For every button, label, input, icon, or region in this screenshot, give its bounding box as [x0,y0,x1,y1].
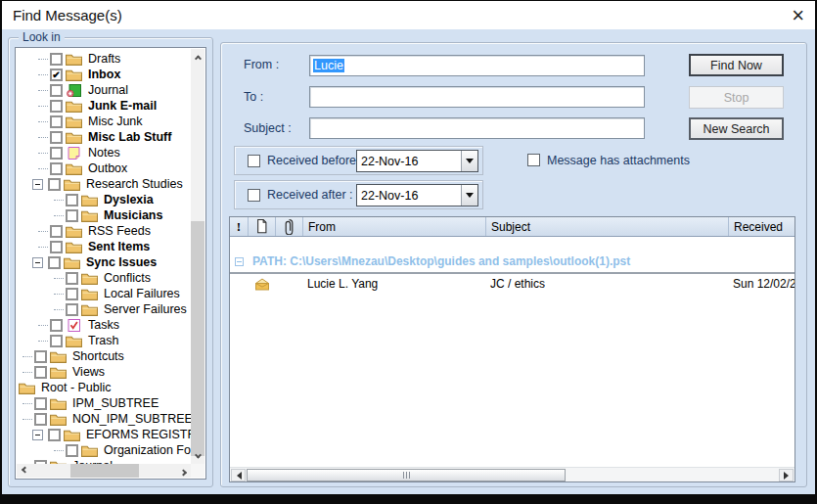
tree-item-organization-form[interactable]: Organization Form [17,442,191,458]
results-scroll-right-icon[interactable] [779,469,794,481]
folder-checkbox[interactable] [48,178,61,191]
folder-checkbox[interactable] [50,241,63,253]
column-header-subject[interactable]: Subject [486,217,729,236]
scroll-down-icon[interactable] [191,448,204,464]
expander-minus-icon[interactable] [32,179,43,190]
tree-item-rss-feeds[interactable]: RSS Feeds [17,223,191,239]
received-after-checkbox[interactable] [248,189,260,202]
tree-item-dyslexia[interactable]: Dyslexia [17,192,191,207]
tree-item-drafts[interactable]: Drafts [17,51,191,67]
message-from: Lucie L. Yang [303,277,486,291]
tree-item-label: Misc Junk [86,115,145,128]
tree-item-conflicts[interactable]: Conflicts [17,270,191,286]
tree-item-tasks[interactable]: Tasks [17,317,191,333]
column-header-importance[interactable]: ! [230,217,249,236]
close-icon[interactable]: × [792,6,804,25]
path-group-row[interactable]: PATH: C:\Users\Mnezau\Desktop\guides and… [230,252,794,270]
received-before-date-combo[interactable]: 22-Nov-16 [356,150,478,172]
tree-item-inbox[interactable]: Inbox [17,67,191,82]
column-header-type[interactable] [249,217,276,236]
tree-connector [38,341,48,342]
tree-item-misc-lab-stuff[interactable]: Misc Lab Stuff [17,129,191,145]
tree-item-local-failures[interactable]: Local Failures [17,286,191,301]
folder-checkbox[interactable] [34,350,47,363]
scroll-left-icon[interactable] [17,464,32,478]
tree-item-journal[interactable]: Journal [17,82,191,98]
received-after-box: Received after : 22-Nov-16 [234,180,483,209]
expander-minus-icon[interactable] [32,430,43,440]
find-now-button[interactable]: Find Now [689,54,784,76]
scroll-up-icon[interactable] [191,49,204,65]
folder-icon [81,288,98,300]
folder-checkbox[interactable] [50,162,63,175]
subject-input[interactable] [309,117,645,139]
from-input[interactable]: Lucie [309,55,645,76]
tree-item-label: Notes [86,146,122,160]
tree-indent [17,215,54,216]
column-header-received[interactable]: Received [729,217,795,236]
folder-checkbox[interactable] [50,319,63,332]
folder-checkbox[interactable] [66,209,78,222]
folder-checkbox[interactable] [50,147,63,160]
folder-checkbox[interactable] [34,397,47,410]
folder-checkbox[interactable] [66,194,78,206]
dropdown-arrow-icon[interactable] [461,185,477,206]
tree-item-research-studies[interactable]: Research Studies [17,176,191,192]
attachments-checkbox[interactable] [527,154,540,166]
folder-checkbox[interactable] [50,131,63,144]
tree-item-views[interactable]: Views [17,364,191,380]
folder-checkbox[interactable] [48,429,61,441]
folder-checkbox[interactable] [34,413,47,426]
folder-checkbox[interactable] [50,335,63,347]
tree-item-musicians[interactable]: Musicians [17,207,191,223]
tree-item-misc-junk[interactable]: Misc Junk [17,114,191,129]
tree-item-ipm-subtree[interactable]: IPM_SUBTREE [17,395,191,411]
folder-checkbox[interactable] [48,256,61,269]
scrollbar-corner [191,464,204,478]
message-row[interactable]: Lucie L. YangJC / ethicsSun 12/02/2 [230,274,795,294]
tree-item-shortcuts[interactable]: Shortcuts [17,348,191,364]
results-hscroll-thumb[interactable] [247,469,566,481]
folder-checkbox[interactable] [66,288,78,300]
received-before-checkbox[interactable] [248,155,260,167]
tree-item-junk-e-mail[interactable]: Junk E-mail [17,98,191,114]
received-before-date-value: 22-Nov-16 [357,155,461,168]
folder-checkbox[interactable] [66,303,78,316]
tree-connector [54,450,64,451]
folder-checkbox[interactable] [50,100,63,113]
folder-checkbox[interactable] [66,272,78,285]
received-after-date-combo[interactable]: 22-Nov-16 [356,184,478,206]
folder-checkbox[interactable] [50,84,63,97]
tree-hscroll-thumb[interactable] [70,464,139,478]
tree-vertical-scrollbar[interactable] [191,49,204,464]
tree-item-trash[interactable]: Trash [17,333,191,348]
column-header-from[interactable]: From [303,217,486,236]
folder-checkbox[interactable] [66,444,78,457]
tree-vscroll-thumb[interactable] [191,221,204,456]
column-header-attachment[interactable] [276,217,303,236]
tree-indent [17,325,38,326]
folder-checkbox[interactable] [34,366,47,379]
tree-item-root-public[interactable]: Root - Public [17,380,191,395]
folder-checkbox[interactable] [50,69,63,81]
tree-item-server-failures[interactable]: Server Failures [17,301,191,317]
tree-item-sync-issues[interactable]: Sync Issues [17,254,191,270]
collapse-minus-icon[interactable] [235,257,244,266]
tree-item-non-ipm-subtree[interactable]: NON_IPM_SUBTREE [17,411,191,427]
folder-checkbox[interactable] [50,115,63,128]
expander-minus-icon[interactable] [32,257,43,268]
stop-button[interactable]: Stop [689,86,784,109]
folder-checkbox[interactable] [50,225,63,238]
new-search-button[interactable]: New Search [689,117,784,140]
results-horizontal-scrollbar[interactable] [230,467,794,481]
tree-item-outbox[interactable]: Outbox [17,160,191,176]
tree-item-eforms-registry[interactable]: EFORMS REGISTRY [17,427,191,442]
to-input[interactable] [309,86,645,108]
results-scroll-left-icon[interactable] [231,469,246,481]
folder-checkbox[interactable] [50,53,63,66]
tree-horizontal-scrollbar[interactable] [17,464,191,478]
tree-item-notes[interactable]: Notes [17,145,191,160]
scroll-right-icon[interactable] [175,464,191,478]
tree-item-sent-items[interactable]: Sent Items [17,239,191,254]
dropdown-arrow-icon[interactable] [461,151,477,171]
